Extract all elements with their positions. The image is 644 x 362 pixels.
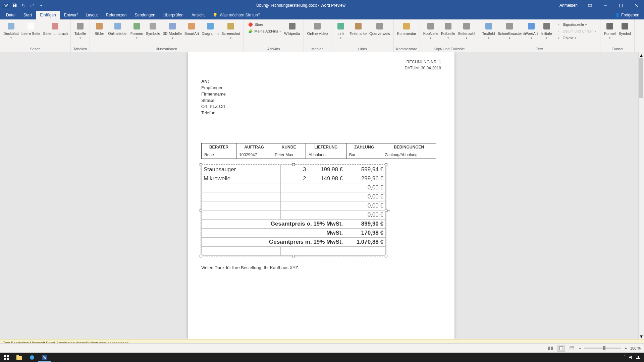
ribbon-querverweis[interactable]: Querverweis — [368, 21, 391, 36]
ribbon-textfeld[interactable]: Textfeld▾ — [481, 21, 496, 41]
network-icon[interactable] — [636, 355, 641, 360]
ribbon-kopfzeile[interactable]: Kopfzeile▾ — [422, 21, 440, 41]
summary-label: MwSt. — [202, 229, 345, 238]
textfeld-icon — [484, 21, 493, 31]
ribbon-schnellbausteine[interactable]: Schnellbausteine▾ — [496, 21, 523, 41]
tab-referenzen[interactable]: Referenzen — [102, 11, 130, 19]
svg-rect-19 — [289, 23, 296, 29]
items-table: Staubsauger3199,98 €599,94 €Mikrowelle21… — [201, 165, 386, 256]
resize-handle-icon[interactable] — [200, 255, 202, 257]
ribbon-kommentar[interactable]: Kommentar — [396, 21, 418, 36]
ribbon-tabelle[interactable]: Tabelle▾ — [73, 21, 88, 41]
mini-objekt[interactable]: ▫Objekt ▾ — [555, 35, 597, 41]
tab-start[interactable]: Start — [19, 11, 36, 19]
item-total: 599,94 € — [345, 165, 386, 174]
save-icon[interactable] — [12, 3, 17, 8]
windows-taskbar: W ˄ — [0, 353, 644, 362]
scroll-down-icon[interactable]: ▾ — [639, 334, 644, 339]
tab-layout[interactable]: Layout — [82, 11, 102, 19]
ribbon-seitenzahl[interactable]: Seitenzahl▾ — [457, 21, 476, 41]
ribbon-online-video[interactable]: Online-video — [306, 21, 329, 36]
zoom-out-icon[interactable]: − — [579, 346, 581, 350]
store-button[interactable]: 🔴Store — [247, 21, 281, 27]
resize-handle-icon[interactable] — [200, 209, 202, 212]
resize-handle-icon[interactable] — [385, 163, 387, 166]
ribbon-deckblatt[interactable]: Deckblatt▾ — [2, 21, 20, 41]
redo-icon[interactable] — [30, 3, 35, 8]
an-label: AN: — [201, 78, 441, 85]
tab-sendungen[interactable]: Sendungen — [131, 11, 159, 19]
tray-chevron-icon[interactable]: ˄ — [624, 355, 626, 360]
read-mode-icon[interactable] — [547, 345, 554, 352]
volume-icon[interactable] — [629, 355, 633, 360]
resize-handle-icon[interactable] — [292, 255, 295, 257]
ribbon-screenshot[interactable]: Screenshot▾ — [220, 21, 241, 41]
summary-row: Gesamtpreis o. 19% MwSt.899,90 € — [202, 220, 386, 229]
zoom-slider-knob[interactable] — [603, 346, 605, 350]
tab-überprüfen[interactable]: Überprüfen — [159, 11, 187, 19]
zoom-value[interactable]: 100 % — [630, 346, 641, 350]
resize-arrows-icon[interactable]: ⇔ — [387, 208, 390, 213]
meta-cell: 10029947 — [236, 151, 272, 159]
scroll-track[interactable] — [639, 58, 644, 334]
scroll-up-icon[interactable]: ▴ — [639, 52, 644, 58]
minimize-icon[interactable] — [598, 0, 613, 11]
qat-customize-icon[interactable]: ▾ — [38, 3, 44, 8]
ribbon-leere-seite[interactable]: Leere Seite — [20, 21, 42, 36]
close-icon[interactable] — [629, 0, 644, 11]
ribbon-display-icon[interactable] — [582, 0, 598, 11]
ribbon-formel[interactable]: Formel▾ — [602, 21, 617, 41]
ribbon-diagramm[interactable]: Diagramm — [200, 21, 220, 36]
vertical-scrollbar[interactable]: ▴ ▾ — [638, 52, 644, 339]
tab-ansicht[interactable]: Ansicht — [187, 11, 209, 19]
undo-icon[interactable] — [21, 3, 26, 8]
ribbon-symbol[interactable]: Symbol — [617, 21, 632, 36]
ribbon-onlinebilder[interactable]: Onlinebilder — [107, 21, 129, 36]
summary-row: Gesamtpreis m. 19% MwSt.1.070,88 € — [202, 238, 386, 247]
my-addins-button[interactable]: 🧩Meine Add-Ins ▾ — [247, 28, 281, 34]
file-explorer-icon[interactable] — [13, 353, 25, 362]
start-button-icon[interactable] — [0, 353, 13, 362]
fu-zeile-icon — [443, 21, 453, 31]
embedded-excel-object[interactable]: ⇔ Staubsauger3199,98 €599,94 €Mikrowelle… — [201, 165, 386, 256]
ribbon-fu-zeile[interactable]: Fußzeile▾ — [440, 21, 457, 41]
resize-handle-icon[interactable] — [292, 163, 295, 166]
ribbon-symbole[interactable]: Symbole — [145, 21, 162, 36]
ribbon-wordart[interactable]: WordArt▾ — [523, 21, 539, 41]
zoom-slider[interactable] — [584, 348, 621, 349]
ribbon-wikipedia[interactable]: Wikipedia — [283, 21, 302, 36]
scroll-thumb[interactable] — [639, 58, 643, 98]
deckblatt-icon — [6, 21, 16, 31]
svg-rect-9 — [52, 23, 58, 29]
meta-cell: Peter Max — [272, 151, 306, 159]
signin-link[interactable]: Anmelden — [555, 3, 582, 8]
tell-me-placeholder[interactable]: Was möchten Sie tun? — [220, 13, 260, 17]
tab-datei[interactable]: Datei — [2, 11, 19, 19]
ribbon-3d-modelle[interactable]: 3D-Modelle▾ — [162, 21, 183, 41]
ribbon-smartart[interactable]: SmartArt — [183, 21, 200, 36]
resize-handle-icon[interactable] — [200, 163, 202, 166]
share-button[interactable]: 👤Freigeben — [610, 13, 644, 19]
print-layout-icon[interactable] — [557, 345, 565, 352]
word-taskbar-icon[interactable]: W — [38, 353, 51, 362]
page[interactable]: RECHNUNG NR. 1 DATUM: 30.04.2018 AN: Emp… — [188, 52, 454, 339]
item-name: Staubsauger — [202, 165, 281, 174]
ribbon-initiale[interactable]: Initiale▾ — [539, 21, 554, 41]
item-price — [308, 201, 345, 210]
ribbon-link[interactable]: Link▾ — [333, 21, 348, 41]
online-video-icon — [313, 21, 322, 31]
ribbon-seitenumbruch[interactable]: Seitenumbruch — [42, 21, 68, 36]
document-area[interactable]: RECHNUNG NR. 1 DATUM: 30.04.2018 AN: Emp… — [0, 52, 644, 339]
tab-entwurf[interactable]: Entwurf — [60, 11, 82, 19]
ribbon-textmarke[interactable]: Textmarke — [348, 21, 368, 36]
mini-signaturzeile[interactable]: ▫Signaturzeile ▾ — [555, 21, 597, 27]
share-icon: 👤 — [615, 13, 620, 17]
edge-icon[interactable] — [25, 353, 38, 362]
maximize-icon[interactable] — [613, 0, 629, 11]
ribbon-formen[interactable]: Formen▾ — [129, 21, 145, 41]
resize-handle-icon[interactable] — [385, 255, 387, 257]
web-layout-icon[interactable] — [568, 345, 576, 352]
ribbon-bilder[interactable]: Bilder — [92, 21, 107, 36]
tab-einfügen[interactable]: Einfügen — [36, 11, 60, 19]
zoom-in-icon[interactable]: + — [625, 346, 627, 350]
